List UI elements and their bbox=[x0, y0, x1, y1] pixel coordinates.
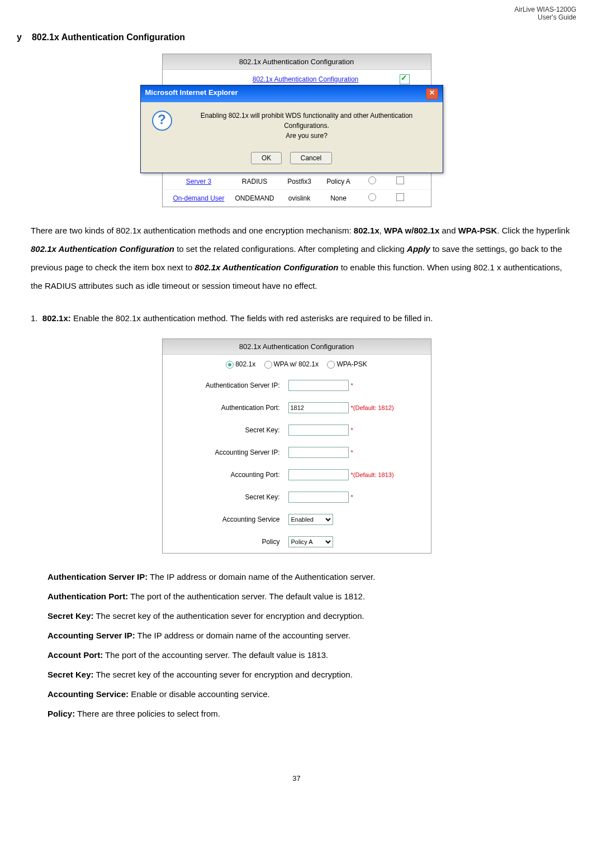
page-number: 37 bbox=[0, 774, 593, 783]
policy-select[interactable]: Policy A bbox=[288, 536, 333, 547]
policy-cell: None bbox=[319, 194, 358, 202]
def-desc: The IP address or domain name of the acc… bbox=[135, 631, 351, 640]
ok-button[interactable]: OK bbox=[251, 152, 282, 164]
bold-text: WPA w/802.1x bbox=[384, 226, 439, 235]
def-item: Accounting Service: Enable or disable ac… bbox=[48, 685, 576, 703]
server-link[interactable]: Server 3 bbox=[168, 178, 230, 185]
def-item: Accounting Server IP: The IP address or … bbox=[48, 626, 576, 645]
form-row: Secret Key:* bbox=[163, 419, 431, 441]
dialog-msg-line2: Are you sure? bbox=[182, 131, 431, 141]
definition-list: Authentication Server IP: The IP address… bbox=[48, 567, 576, 723]
form-label: Accounting Port: bbox=[168, 471, 288, 479]
form-row: PolicyPolicy A bbox=[163, 531, 431, 553]
hint-text: *(Default: 1813) bbox=[351, 471, 394, 478]
section-title: y802.1x Authentication Configuration bbox=[17, 32, 576, 42]
secret-key-input[interactable] bbox=[288, 425, 349, 436]
form-row: Accounting Server IP:* bbox=[163, 441, 431, 464]
hint-text: *(Default: 1812) bbox=[351, 404, 394, 411]
form-row: Secret Key:* bbox=[163, 486, 431, 508]
def-term: Authentication Server IP: bbox=[48, 572, 148, 581]
form-label: Accounting Server IP: bbox=[168, 449, 288, 456]
cancel-button[interactable]: Cancel bbox=[290, 152, 332, 164]
form-label: Secret Key: bbox=[168, 426, 288, 434]
form-title: 802.1x Authentication Configuration bbox=[163, 339, 431, 355]
accounting-service-select[interactable]: Enabled bbox=[288, 514, 333, 525]
def-term: Account Port: bbox=[48, 650, 103, 660]
form-label: Authentication Port: bbox=[168, 404, 288, 412]
def-term: Secret Key: bbox=[48, 670, 94, 679]
accounting-server-ip-input[interactable] bbox=[288, 447, 349, 458]
server-link[interactable]: On-demand User bbox=[168, 194, 230, 202]
config-panel-title: 802.1x Authentication Configuration bbox=[163, 54, 431, 70]
form-row: Authentication Server IP:* bbox=[163, 374, 431, 397]
def-term: Policy: bbox=[48, 709, 75, 718]
def-term: Authentication Port: bbox=[48, 592, 128, 601]
auth-server-ip-input[interactable] bbox=[288, 380, 349, 391]
def-term: Secret Key: bbox=[48, 611, 94, 621]
dialog-message: Enabling 802.1x will prohibit WDS functi… bbox=[182, 111, 431, 141]
radio-group: 802.1x WPA w/ 802.1x WPA-PSK bbox=[163, 355, 431, 374]
bold-text: 802.1x bbox=[354, 226, 379, 235]
form-label: Accounting Service bbox=[168, 516, 288, 523]
body-paragraph: There are two kinds of 802.1x authentica… bbox=[31, 221, 571, 295]
def-item: Policy: There are three policies to sele… bbox=[48, 704, 576, 723]
def-term: Accounting Service: bbox=[48, 689, 129, 699]
def-term: Accounting Server IP: bbox=[48, 631, 135, 640]
type-cell: RADIUS bbox=[230, 178, 280, 185]
radio-802-1x[interactable] bbox=[226, 361, 234, 369]
dialog-title: Microsoft Internet Explorer bbox=[145, 88, 238, 99]
table-row: Server 3 RADIUS Postfix3 Policy A bbox=[163, 173, 431, 190]
type-cell: ONDEMAND bbox=[230, 194, 280, 202]
required-star: * bbox=[351, 382, 353, 389]
def-item: Secret Key: The secret key of the accoun… bbox=[48, 665, 576, 684]
postfix-cell: ovislink bbox=[280, 194, 319, 202]
table-row: On-demand User ONDEMAND ovislink None bbox=[163, 190, 431, 207]
radio-wpa-w-8021x[interactable] bbox=[264, 361, 272, 369]
def-desc: The secret key of the authentication sev… bbox=[94, 611, 364, 621]
secret-key-2-input[interactable] bbox=[288, 492, 349, 503]
bold-text: WPA-PSK bbox=[458, 226, 497, 235]
required-star: * bbox=[351, 494, 353, 500]
form-label: Authentication Server IP: bbox=[168, 381, 288, 389]
screenshot-config-form: 802.1x Authentication Configuration 802.… bbox=[162, 338, 431, 554]
checkbox-icon[interactable] bbox=[396, 193, 404, 201]
def-item: Account Port: The port of the accounting… bbox=[48, 646, 576, 664]
form-row: Accounting Port:*(Default: 1813) bbox=[163, 464, 431, 486]
section-title-text: 802.1x Authentication Configuration bbox=[32, 32, 185, 42]
list-bold: 802.1x: bbox=[42, 313, 71, 323]
bold-italic-text: Apply bbox=[407, 244, 430, 254]
bold-italic-text: 802.1x Authentication Configuration bbox=[31, 244, 174, 254]
question-icon: ? bbox=[152, 111, 172, 131]
def-desc: The port of the authentication server. T… bbox=[128, 592, 365, 601]
def-desc: The secret key of the accounting sever f… bbox=[94, 670, 353, 679]
bold-italic-text: 802.1x Authentication Configuration bbox=[195, 263, 339, 272]
radio-icon[interactable] bbox=[368, 177, 376, 184]
radio-wpa-psk[interactable] bbox=[327, 361, 335, 369]
form-row: Accounting ServiceEnabled bbox=[163, 508, 431, 531]
required-star: * bbox=[351, 427, 353, 433]
auth-port-input[interactable] bbox=[288, 402, 349, 413]
page-header: AirLive WIAS-1200G User's Guide bbox=[0, 0, 593, 21]
def-item: Secret Key: The secret key of the authen… bbox=[48, 607, 576, 625]
form-row: Authentication Port:*(Default: 1812) bbox=[163, 397, 431, 419]
ie-confirm-dialog: Microsoft Internet Explorer ✕ ? Enabling… bbox=[140, 85, 443, 173]
def-item: Authentication Server IP: The IP address… bbox=[48, 567, 576, 586]
radio-label: WPA-PSK bbox=[336, 360, 367, 368]
def-item: Authentication Port: The port of the aut… bbox=[48, 587, 576, 605]
checkbox-icon[interactable] bbox=[396, 177, 404, 184]
form-label: Policy bbox=[168, 538, 288, 546]
def-desc: Enable or disable accounting service. bbox=[129, 689, 270, 699]
dialog-titlebar: Microsoft Internet Explorer ✕ bbox=[141, 85, 443, 102]
radio-icon[interactable] bbox=[368, 193, 376, 201]
def-desc: The IP address or domain name of the Aut… bbox=[148, 572, 375, 581]
required-star: * bbox=[351, 449, 353, 456]
config-link[interactable]: 802.1x Authentication Configuration bbox=[167, 75, 400, 83]
header-line2: User's Guide bbox=[0, 13, 576, 21]
radio-label: 802.1x bbox=[235, 360, 255, 368]
def-desc: The port of the accounting server. The d… bbox=[103, 650, 328, 660]
postfix-cell: Postfix3 bbox=[280, 178, 319, 185]
radio-label: WPA w/ 802.1x bbox=[274, 360, 319, 368]
close-icon[interactable]: ✕ bbox=[426, 88, 438, 99]
checkbox-green-icon[interactable] bbox=[400, 74, 410, 84]
accounting-port-input[interactable] bbox=[288, 469, 349, 480]
